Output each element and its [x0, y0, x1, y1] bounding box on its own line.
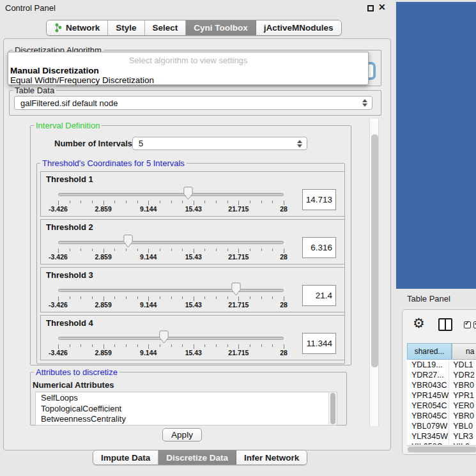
menu-item-equal-width-frequency[interactable]: Equal Width/Frequency Discretization — [10, 75, 154, 85]
slider-minor-tick — [272, 296, 273, 299]
close-icon[interactable]: ✕ — [378, 2, 386, 12]
slider-handle[interactable] — [123, 234, 133, 248]
slider-track[interactable] — [58, 241, 284, 244]
cell-shared-name[interactable]: YIL052C — [407, 441, 449, 445]
slider-minor-tick — [160, 344, 160, 347]
slider-minor-tick — [272, 344, 273, 347]
slider-tick-label: 28 — [270, 205, 298, 213]
slider-tick-label: 2.859 — [89, 301, 118, 309]
menu-item-manual-discretization[interactable]: Manual Discretization — [10, 66, 99, 75]
tab-style[interactable]: Style — [108, 20, 144, 35]
tab-label: jActiveMNodules — [264, 23, 334, 33]
number-of-intervals-combo[interactable]: 5 — [132, 137, 307, 150]
slider-minor-tick — [261, 249, 262, 251]
slider-track[interactable] — [58, 289, 284, 292]
slider-minor-tick — [182, 249, 183, 251]
scrollbar-thumb[interactable] — [330, 393, 335, 424]
scrollbar-thumb[interactable] — [408, 447, 476, 452]
column-header-name[interactable]: na — [452, 343, 476, 360]
table-row[interactable]: YBL079WYBL0 — [407, 421, 476, 431]
threshold-value-field[interactable]: 6.316 — [302, 237, 336, 258]
tab-network[interactable]: Network — [47, 20, 108, 35]
cell-shared-name[interactable]: YPR145W — [407, 390, 449, 401]
slider-minor-tick — [171, 249, 172, 251]
tab-jactivemnodules[interactable]: jActiveMNodules — [256, 20, 341, 35]
checkbox-icon[interactable] — [464, 321, 471, 328]
cell-name[interactable]: YPR1 — [449, 390, 476, 401]
panel-vertical-scrollbar[interactable] — [369, 119, 379, 426]
checkbox-icon[interactable] — [473, 321, 476, 328]
cell-shared-name[interactable]: YDL19... — [407, 360, 449, 370]
cell-shared-name[interactable]: YER054C — [407, 401, 449, 411]
cell-name[interactable]: YBR0 — [449, 411, 476, 421]
cell-name[interactable]: YBL0 — [449, 421, 476, 431]
list-item-betweennesscentrality[interactable]: BetweennessCentrality — [36, 413, 337, 424]
scrollbar-thumb[interactable] — [371, 134, 378, 367]
table-row[interactable]: YLR345WYLR3 — [407, 431, 476, 441]
table-row[interactable]: YBR043CYBR0 — [407, 380, 476, 390]
cell-name[interactable]: YDR2 — [449, 370, 476, 380]
cell-shared-name[interactable]: YBL079W — [407, 421, 449, 431]
cell-name[interactable]: YBR0 — [449, 380, 476, 390]
slider-minor-tick — [92, 201, 93, 203]
cell-shared-name[interactable]: YDR27... — [407, 370, 449, 380]
table-row[interactable]: YDL19...YDL1 — [407, 360, 476, 370]
table-row[interactable]: YDR27...YDR2 — [407, 370, 476, 380]
list-item-selfloops[interactable]: SelfLoops — [36, 392, 337, 403]
slider-major-tick — [194, 296, 194, 301]
float-window-icon[interactable] — [367, 5, 374, 12]
slider-minor-tick — [250, 296, 250, 299]
slider-minor-tick — [137, 249, 138, 251]
slider-minor-tick — [182, 201, 183, 203]
threshold-label: Threshold 4 — [46, 318, 93, 328]
split-columns-icon[interactable] — [438, 318, 452, 331]
cell-shared-name[interactable]: YBR045C — [407, 411, 449, 421]
slider-tick-label: 15.43 — [180, 205, 208, 213]
table-row[interactable]: YPR145WYPR1 — [407, 390, 476, 401]
slider-tick-label: 2.859 — [89, 253, 118, 261]
slider-minor-tick — [137, 296, 138, 299]
column-header-shared-name[interactable]: shared... — [407, 343, 452, 360]
numerical-attributes-list[interactable]: SelfLoops TopologicalCoefficient Between… — [35, 392, 337, 426]
table-data-combo[interactable]: galFiltered.sif default node — [14, 96, 372, 110]
slider-tick-label: 21.715 — [224, 205, 252, 213]
tab-select[interactable]: Select — [145, 20, 187, 35]
threshold-value-field[interactable]: 11.344 — [302, 333, 336, 354]
tab-discretize-data[interactable]: Discretize Data — [158, 450, 236, 464]
tab-label: Cyni Toolbox — [194, 23, 248, 33]
cell-name[interactable]: YLR3 — [449, 431, 476, 441]
table-panel-body: ⚙ shared... na YDL19...YDL1YDR27...YDR2Y… — [402, 309, 476, 455]
cell-name[interactable]: YDL1 — [449, 360, 476, 370]
slider-minor-tick — [261, 201, 262, 203]
slider-tick-label: 28 — [270, 253, 298, 261]
table-row[interactable]: YBR045CYBR0 — [407, 411, 476, 421]
table-row[interactable]: YIL052CYIL0 — [407, 441, 476, 445]
slider-minor-tick — [81, 296, 81, 299]
cell-name[interactable]: YER0 — [449, 401, 476, 411]
slider-tick-label: 9.144 — [134, 349, 162, 357]
table-row[interactable]: YER054CYER0 — [407, 401, 476, 411]
slider-major-tick — [104, 249, 104, 253]
tab-cyni-toolbox[interactable]: Cyni Toolbox — [186, 20, 256, 35]
slider-minor-tick — [227, 201, 228, 203]
tab-infer-network[interactable]: Infer Network — [236, 450, 307, 464]
slider-track[interactable] — [58, 193, 284, 196]
slider-handle[interactable] — [159, 330, 169, 344]
threshold-label: Threshold 1 — [46, 174, 93, 184]
threshold-value-field[interactable]: 21.4 — [302, 285, 336, 306]
cell-shared-name[interactable]: YBR043C — [407, 380, 449, 390]
attributes-scrollbar[interactable] — [328, 392, 337, 425]
gear-icon[interactable]: ⚙ — [413, 316, 425, 331]
list-item-topologicalcoefficient[interactable]: TopologicalCoefficient — [36, 403, 337, 414]
slider-minor-tick — [126, 344, 127, 347]
cell-name[interactable]: YIL0 — [449, 441, 476, 445]
threshold-value-field[interactable]: 14.713 — [302, 189, 336, 210]
slider-handle[interactable] — [231, 282, 241, 296]
apply-button[interactable]: Apply — [162, 428, 202, 441]
slider-track[interactable] — [58, 337, 284, 340]
table-horizontal-scrollbar[interactable] — [407, 445, 476, 453]
tab-impute-data[interactable]: Impute Data — [93, 450, 158, 464]
slider-minor-tick — [137, 344, 138, 347]
slider-handle[interactable] — [183, 187, 193, 200]
cell-shared-name[interactable]: YLR345W — [407, 431, 449, 441]
